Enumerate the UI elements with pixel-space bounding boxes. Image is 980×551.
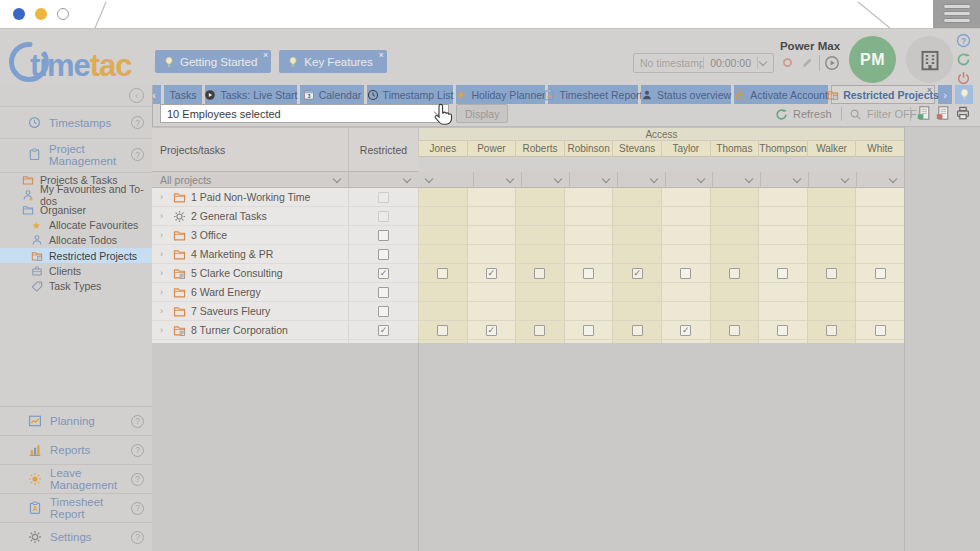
hint-lightbulb-button[interactable] — [955, 85, 973, 104]
company-building-icon[interactable] — [906, 36, 953, 83]
project-cell[interactable]: ›7 Saveurs Fleury — [152, 302, 348, 321]
help-icon[interactable]: ? — [131, 473, 144, 486]
filter-dropdown[interactable] — [712, 172, 760, 187]
edit-pencil-icon[interactable] — [801, 56, 814, 69]
access-cell-jones[interactable] — [418, 321, 467, 340]
tab-activate-account[interactable]: Activate Account — [734, 85, 828, 104]
expand-chevron-icon[interactable]: › — [160, 249, 168, 259]
employee-header-thompson[interactable]: Thompson — [758, 141, 807, 157]
employee-header-white[interactable]: White — [855, 141, 904, 157]
sidebar-item-my-favourites-and-to-dos[interactable]: ★My Favourites and To-dos — [0, 187, 152, 202]
employee-header-roberts[interactable]: Roberts — [515, 141, 564, 157]
checkbox[interactable] — [875, 268, 886, 279]
employee-header-taylor[interactable]: Taylor — [661, 141, 710, 157]
access-cell-robinson[interactable] — [564, 264, 613, 283]
checkbox[interactable] — [875, 325, 886, 336]
close-icon[interactable]: × — [927, 85, 932, 95]
access-cell-robinson[interactable] — [564, 321, 613, 340]
expand-chevron-icon[interactable]: › — [160, 306, 168, 316]
project-cell[interactable]: ›8 Turner Corporation — [152, 321, 348, 340]
access-cell-jones[interactable] — [418, 264, 467, 283]
sidebar-item-task-types[interactable]: Task Types — [0, 278, 152, 293]
filter-dropdown[interactable] — [617, 172, 665, 187]
sidebar-section-project-management[interactable]: Project Management ? — [0, 137, 152, 173]
export-pdf-icon[interactable] — [935, 105, 951, 121]
checkbox[interactable] — [729, 268, 740, 279]
close-icon[interactable]: × — [379, 50, 384, 60]
employee-header-walker[interactable]: Walker — [807, 141, 856, 157]
checkbox-checked[interactable]: ✓ — [378, 268, 389, 279]
checkbox[interactable] — [826, 325, 837, 336]
checkbox[interactable] — [437, 268, 448, 279]
tab-calendar[interactable]: 3Calendar — [300, 85, 364, 104]
column-header-projects[interactable]: Projects/tasks — [152, 127, 348, 172]
promo-button-key-features[interactable]: Key Features× — [279, 50, 386, 73]
checkbox[interactable] — [534, 268, 545, 279]
help-icon[interactable]: ? — [131, 531, 144, 544]
sidebar-section-leave-management[interactable]: Leave Management? — [0, 464, 152, 493]
print-icon[interactable] — [955, 105, 971, 121]
access-cell-taylor[interactable]: ✓ — [661, 321, 710, 340]
project-cell[interactable]: ›1 Paid Non-Working Time — [152, 188, 348, 207]
refresh-button[interactable]: Refresh — [775, 105, 832, 123]
access-cell-power[interactable]: ✓ — [467, 264, 516, 283]
sidebar-item-clients[interactable]: Clients — [0, 263, 152, 278]
checkbox[interactable] — [534, 325, 545, 336]
tab-timesheet-report[interactable]: ATimesheet Report — [548, 85, 638, 104]
access-cell-stevans[interactable] — [612, 321, 661, 340]
project-cell[interactable]: ›3 Office — [152, 226, 348, 245]
access-cell-roberts[interactable] — [515, 321, 564, 340]
sidebar-item-restricted-projects[interactable]: Restricted Projects — [0, 248, 152, 263]
expand-chevron-icon[interactable]: › — [160, 211, 168, 221]
checkbox[interactable] — [378, 230, 389, 241]
employee-select-dropdown[interactable]: 10 Employees selected — [160, 104, 449, 123]
access-cell-thompson[interactable] — [758, 321, 807, 340]
close-icon[interactable]: × — [263, 50, 268, 60]
access-cell-thompson[interactable] — [758, 264, 807, 283]
checkbox-checked[interactable]: ✓ — [486, 325, 497, 336]
access-cell-walker[interactable] — [807, 264, 856, 283]
expand-chevron-icon[interactable]: › — [160, 230, 168, 240]
project-cell[interactable]: ›6 Ward Energy — [152, 283, 348, 302]
display-button[interactable]: Display — [456, 104, 508, 123]
refresh-icon[interactable] — [956, 52, 971, 67]
sidebar-item-allocate-favourites[interactable]: ★Allocate Favourites — [0, 218, 152, 233]
sidebar-item-allocate-todos[interactable]: Allocate Todos — [0, 233, 152, 248]
checkbox-checked[interactable]: ✓ — [680, 325, 691, 336]
employee-header-stevans[interactable]: Stevans — [612, 141, 661, 157]
filter-dropdown[interactable] — [569, 172, 617, 187]
access-cell-stevans[interactable]: ✓ — [612, 264, 661, 283]
tab-tasks[interactable]: Tasks — [164, 85, 202, 104]
checkbox[interactable] — [680, 268, 691, 279]
checkbox-checked[interactable]: ✓ — [378, 325, 389, 336]
checkbox[interactable] — [777, 268, 788, 279]
access-cell-power[interactable]: ✓ — [467, 321, 516, 340]
tab-timestamp-list[interactable]: Timestamp List — [367, 85, 453, 104]
sidebar-section-planning[interactable]: Planning? — [0, 406, 152, 435]
sidebar-section-timesheet-report[interactable]: ATimesheet Report? — [0, 493, 152, 522]
filter-dropdown[interactable] — [760, 172, 808, 187]
record-icon[interactable] — [781, 56, 794, 69]
project-cell[interactable]: ›2 General Tasks — [152, 207, 348, 226]
access-cell-thomas[interactable] — [710, 264, 759, 283]
project-cell[interactable]: ›5 Clarke Consulting — [152, 264, 348, 283]
employee-header-power[interactable]: Power — [467, 141, 516, 157]
checkbox[interactable] — [826, 268, 837, 279]
access-cell-white[interactable] — [855, 321, 904, 340]
expand-chevron-icon[interactable]: › — [160, 287, 168, 297]
checkbox-checked[interactable]: ✓ — [632, 268, 643, 279]
help-icon[interactable]: ? — [131, 415, 144, 428]
filter-dropdown[interactable]: All projects — [152, 172, 348, 187]
tabs-scroll-right-button[interactable]: › — [938, 85, 952, 104]
employee-header-jones[interactable]: Jones — [418, 141, 467, 157]
browser-menu-icon[interactable] — [933, 0, 980, 28]
power-logout-icon[interactable] — [956, 71, 971, 86]
expand-chevron-icon[interactable]: › — [160, 325, 168, 335]
checkbox[interactable] — [378, 306, 389, 317]
tab-restricted-projects[interactable]: Restricted Projects× — [831, 85, 935, 104]
sidebar-collapse-button[interactable]: ‹ — [129, 88, 144, 103]
tab-holiday-planner[interactable]: Holiday Planner — [456, 85, 545, 104]
access-cell-roberts[interactable] — [515, 264, 564, 283]
sidebar-section-timestamps[interactable]: Timestamps ? — [0, 106, 152, 139]
help-icon[interactable]: ? — [131, 148, 144, 161]
